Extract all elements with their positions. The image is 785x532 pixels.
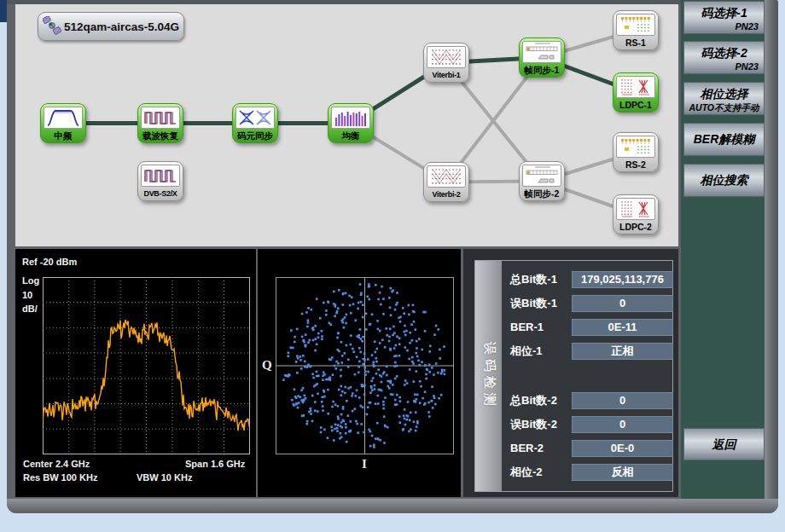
node-label: 码元同步 bbox=[233, 129, 277, 142]
sidebar-button-value: AUTO不支持手动 bbox=[684, 101, 764, 113]
diagram-node-frame2[interactable]: 帧同步-2 bbox=[519, 161, 565, 201]
signal-source-button[interactable]: 512qam-aircas-5.04G bbox=[38, 12, 184, 41]
ldpc-icon bbox=[616, 76, 655, 98]
spectrum-ref-label: Ref -20 dBm bbox=[22, 257, 77, 267]
diagram-node-rs2[interactable]: RS-2 bbox=[613, 132, 659, 172]
rs-icon bbox=[616, 14, 655, 36]
diagram-node-if[interactable]: 中频 bbox=[40, 103, 86, 143]
squarewave-icon bbox=[141, 107, 180, 129]
sidebar-button-value: PN23 bbox=[684, 61, 764, 72]
trellis-icon bbox=[427, 46, 466, 68]
node-label: 均衡 bbox=[329, 129, 373, 142]
node-label: 载波恢复 bbox=[138, 129, 183, 142]
sidebar-button-code-select-2[interactable]: 码选择-2PN23 bbox=[683, 41, 765, 74]
diagram-node-carrier[interactable]: 载波恢复 bbox=[137, 103, 183, 143]
node-label: Viterbi-1 bbox=[424, 68, 468, 82]
constellation-q-axis-label: Q bbox=[262, 358, 272, 373]
ber-label-error-bits-2: 误Bit数-2 bbox=[510, 416, 557, 433]
ber-panel: 误码检测 总Bit数-1179,025,113,776误Bit数-10BER-1… bbox=[474, 260, 673, 492]
ber-label-error-bits-1: 误Bit数-1 bbox=[510, 295, 557, 312]
spectrum-scale-label: 10 bbox=[22, 290, 32, 300]
sidebar-button-code-select-1[interactable]: 码选择-1PN23 bbox=[683, 1, 765, 34]
diagram-node-symbol[interactable]: 码元同步 bbox=[232, 103, 278, 143]
spectrum-log-label: Log bbox=[22, 275, 39, 286]
ber-value-phase-2: 反相 bbox=[572, 464, 673, 481]
ldpc-icon bbox=[616, 198, 655, 220]
sidebar-button-label: 码选择-1 bbox=[684, 6, 764, 20]
spectrum-span-label: Span 1.6 GHz bbox=[185, 459, 245, 469]
ber-area: 误码检测 总Bit数-1179,025,113,776误Bit数-10BER-1… bbox=[463, 249, 678, 497]
bars-icon bbox=[331, 107, 370, 129]
ber-value-phase-1: 正相 bbox=[572, 343, 673, 360]
ber-label-total-bits-1: 总Bit数-1 bbox=[510, 271, 557, 288]
node-label: LDPC-2 bbox=[613, 220, 658, 234]
trellis-icon bbox=[427, 165, 466, 188]
node-label: RS-2 bbox=[613, 158, 658, 171]
constellation-i-axis-label: I bbox=[362, 457, 367, 471]
ber-label-ber-1: BER-1 bbox=[510, 319, 544, 336]
diagram-node-viterbi1[interactable]: Viterbi-1 bbox=[423, 43, 469, 83]
sidebar-button-ber-deambiguity[interactable]: BER解模糊 bbox=[683, 123, 765, 156]
diagram-node-viterbi2[interactable]: Viterbi-2 bbox=[423, 162, 469, 202]
diagram-node-frame1[interactable]: 帧同步-1 bbox=[519, 38, 565, 78]
eye-icon bbox=[236, 107, 275, 129]
ber-value-ber-1: 0E-11 bbox=[572, 319, 673, 336]
sidebar-button-label: BER解模糊 bbox=[684, 124, 764, 155]
sidebar: 码选择-1PN23码选择-2PN23相位选择AUTO不支持手动BER解模糊相位搜… bbox=[681, 0, 765, 499]
satellite-icon bbox=[43, 16, 61, 38]
sidebar-button-label: 码选择-2 bbox=[684, 46, 764, 61]
ber-value-error-bits-1: 0 bbox=[572, 295, 673, 312]
node-label: 帧同步-2 bbox=[520, 187, 564, 200]
spectrum-rbw-label: Res BW 100 KHz bbox=[23, 472, 97, 483]
ber-label-phase-1: 相位-1 bbox=[510, 343, 543, 360]
diagram-node-rs1[interactable]: RS-1 bbox=[613, 10, 659, 50]
spectrum-center-label: Center 2.4 GHz bbox=[23, 459, 90, 469]
framesync-icon bbox=[522, 41, 561, 63]
sidebar-button-label: 相位搜索 bbox=[684, 165, 764, 196]
app-window: 512qam-aircas-5.04G 中频载波恢复DVB-S2/X码元同步均衡… bbox=[7, 0, 778, 513]
signal-chain-diagram-panel: 512qam-aircas-5.04G 中频载波恢复DVB-S2/X码元同步均衡… bbox=[15, 4, 678, 246]
sidebar-button-label: 返回 bbox=[684, 429, 764, 460]
desktop-corner-accent bbox=[0, 0, 7, 22]
squarewave-icon bbox=[141, 165, 180, 187]
node-label: RS-1 bbox=[613, 36, 658, 49]
spectrum-vbw-label: VBW 10 KHz bbox=[137, 472, 192, 483]
ber-value-total-bits-2: 0 bbox=[572, 392, 673, 409]
ber-label-total-bits-2: 总Bit数-2 bbox=[510, 392, 557, 409]
ber-value-error-bits-2: 0 bbox=[572, 416, 673, 433]
node-label: Viterbi-2 bbox=[424, 188, 468, 201]
node-label: 中频 bbox=[41, 129, 85, 142]
screen: 512qam-aircas-5.04G 中频载波恢复DVB-S2/X码元同步均衡… bbox=[0, 0, 785, 532]
framesync-icon bbox=[522, 165, 561, 187]
ber-title-strip: 误码检测 bbox=[475, 261, 502, 491]
constellation-plot bbox=[276, 277, 454, 454]
rs-icon bbox=[616, 136, 655, 158]
bandpass-icon bbox=[44, 107, 83, 129]
diagram-node-eq[interactable]: 均衡 bbox=[328, 103, 374, 143]
node-label: LDPC-1 bbox=[613, 98, 658, 112]
diagram-node-ldpc2[interactable]: LDPC-2 bbox=[613, 194, 659, 234]
sidebar-button-label: 相位选择 bbox=[684, 87, 764, 101]
ber-label-ber-2: BER-2 bbox=[510, 440, 544, 457]
window-right-edge bbox=[765, 0, 778, 513]
signal-source-label: 512qam-aircas-5.04G bbox=[64, 20, 179, 33]
node-label: 帧同步-1 bbox=[520, 63, 564, 77]
diagram-node-ldpc1[interactable]: LDPC-1 bbox=[613, 72, 659, 113]
ber-label-phase-2: 相位-2 bbox=[510, 464, 543, 481]
sidebar-button-value: PN23 bbox=[684, 20, 764, 32]
window-bottom-edge bbox=[7, 499, 778, 513]
sidebar-button-phase-search[interactable]: 相位搜索 bbox=[683, 164, 765, 197]
ber-value-total-bits-1: 179,025,113,776 bbox=[572, 271, 673, 288]
constellation-panel: Q I bbox=[258, 249, 461, 497]
sidebar-button-phase-select[interactable]: 相位选择AUTO不支持手动 bbox=[683, 82, 765, 115]
sidebar-button-return[interactable]: 返回 bbox=[683, 428, 765, 460]
ber-panel-title: 误码检测 bbox=[481, 342, 497, 410]
ber-value-ber-2: 0E-0 bbox=[572, 440, 673, 457]
node-label: DVB-S2/X bbox=[138, 187, 183, 200]
spectrum-plot bbox=[43, 277, 250, 454]
diagram-node-dvb[interactable]: DVB-S2/X bbox=[137, 161, 183, 201]
spectrum-panel: Ref -20 dBm Log 10 dB/ Center 2.4 GHz Sp… bbox=[15, 249, 256, 497]
spectrum-unit-label: dB/ bbox=[22, 304, 38, 314]
